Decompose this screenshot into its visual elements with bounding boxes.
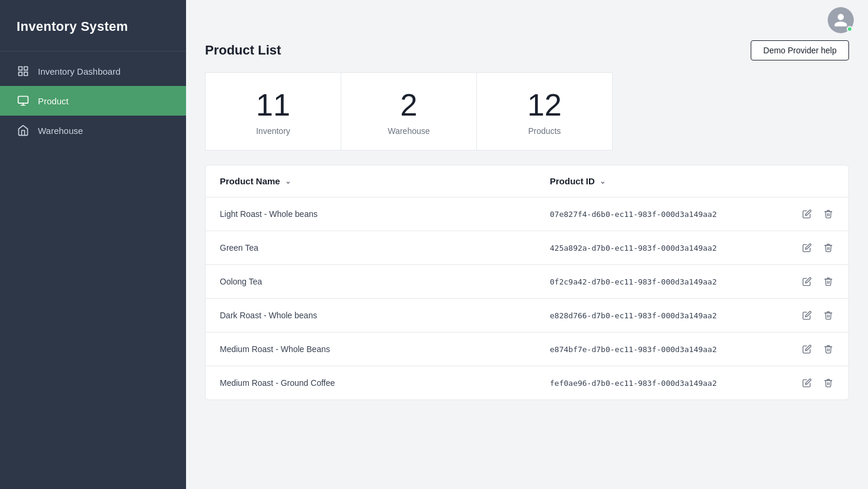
row-actions xyxy=(787,377,834,389)
products-table: Product Name ⌄ Product ID ⌄ Light Roast … xyxy=(205,165,849,400)
main-content: Product List Demo Provider help 11 Inven… xyxy=(186,0,868,489)
sidebar-item-warehouse-label: Warehouse xyxy=(38,126,83,136)
col-product-name[interactable]: Product Name ⌄ xyxy=(220,176,550,186)
product-id-cell: 0f2c9a42-d7b0-ec11-983f-000d3a149aa2 xyxy=(550,277,787,286)
table-row: Dark Roast - Whole beans e828d766-d7b0-e… xyxy=(206,299,848,333)
delete-button[interactable] xyxy=(822,309,834,321)
row-actions xyxy=(787,242,834,254)
sidebar-item-product[interactable]: Product xyxy=(0,86,186,116)
stat-warehouse-value: 2 xyxy=(401,90,418,120)
table-row: Light Roast - Whole beans 07e827f4-d6b0-… xyxy=(206,197,848,231)
svg-rect-4 xyxy=(18,97,28,104)
table-row: Medium Roast - Ground Coffee fef0ae96-d7… xyxy=(206,366,848,399)
row-actions xyxy=(787,343,834,355)
svg-rect-2 xyxy=(19,72,23,76)
product-name-cell: Green Tea xyxy=(220,243,550,253)
chevron-down-icon-2: ⌄ xyxy=(600,177,606,186)
edit-button[interactable] xyxy=(801,309,813,321)
user-avatar[interactable] xyxy=(828,7,854,33)
product-id-cell: 425a892a-d7b0-ec11-983f-000d3a149aa2 xyxy=(550,244,787,253)
sidebar-item-dashboard[interactable]: Inventory Dashboard xyxy=(0,56,186,86)
product-id-cell: e828d766-d7b0-ec11-983f-000d3a149aa2 xyxy=(550,311,787,320)
table-row: Green Tea 425a892a-d7b0-ec11-983f-000d3a… xyxy=(206,231,848,265)
col-product-id[interactable]: Product ID ⌄ xyxy=(550,176,787,186)
row-actions xyxy=(787,309,834,321)
sidebar-item-product-label: Product xyxy=(38,96,69,106)
online-status-dot xyxy=(847,26,853,32)
stats-row: 11 Inventory 2 Warehouse 12 Products xyxy=(205,72,849,151)
svg-rect-0 xyxy=(19,67,23,71)
stat-card-warehouse: 2 Warehouse xyxy=(341,72,477,151)
sidebar-item-dashboard-label: Inventory Dashboard xyxy=(38,66,120,76)
product-id-cell: 07e827f4-d6b0-ec11-983f-000d3a149aa2 xyxy=(550,210,787,219)
product-name-cell: Oolong Tea xyxy=(220,277,550,286)
table-body: Light Roast - Whole beans 07e827f4-d6b0-… xyxy=(206,197,848,399)
edit-button[interactable] xyxy=(801,242,813,254)
delete-button[interactable] xyxy=(822,276,834,287)
edit-button[interactable] xyxy=(801,377,813,389)
sidebar: Inventory System Inventory Dashboard xyxy=(0,0,186,489)
product-name-cell: Medium Roast - Ground Coffee xyxy=(220,378,550,388)
row-actions xyxy=(787,276,834,287)
product-icon xyxy=(17,94,30,107)
row-actions xyxy=(787,208,834,220)
col-id-label: Product ID xyxy=(550,176,595,186)
col-name-label: Product Name xyxy=(220,176,280,186)
delete-button[interactable] xyxy=(822,343,834,355)
svg-rect-3 xyxy=(24,72,28,76)
topbar xyxy=(186,0,868,40)
stat-products-value: 12 xyxy=(527,90,562,120)
product-id-cell: e874bf7e-d7b0-ec11-983f-000d3a149aa2 xyxy=(550,345,787,354)
table-row: Medium Roast - Whole Beans e874bf7e-d7b0… xyxy=(206,333,848,366)
app-title: Inventory System xyxy=(0,0,186,52)
product-name-cell: Medium Roast - Whole Beans xyxy=(220,344,550,354)
stat-inventory-value: 11 xyxy=(256,90,290,120)
table-header-row: Product Name ⌄ Product ID ⌄ xyxy=(206,165,848,197)
product-id-cell: fef0ae96-d7b0-ec11-983f-000d3a149aa2 xyxy=(550,379,787,388)
page-title: Product List xyxy=(205,43,281,58)
sidebar-nav: Inventory Dashboard Product Warehouse xyxy=(0,52,186,145)
stat-card-products: 12 Products xyxy=(476,72,613,151)
delete-button[interactable] xyxy=(822,377,834,389)
svg-rect-1 xyxy=(24,67,28,71)
warehouse-icon xyxy=(17,124,30,137)
table-row: Oolong Tea 0f2c9a42-d7b0-ec11-983f-000d3… xyxy=(206,265,848,299)
stat-inventory-label: Inventory xyxy=(256,126,290,136)
chevron-down-icon: ⌄ xyxy=(285,177,291,186)
delete-button[interactable] xyxy=(822,208,834,220)
sidebar-item-warehouse[interactable]: Warehouse xyxy=(0,116,186,145)
dashboard-icon xyxy=(17,65,30,78)
stat-warehouse-label: Warehouse xyxy=(387,126,430,136)
edit-button[interactable] xyxy=(801,276,813,287)
product-name-cell: Light Roast - Whole beans xyxy=(220,209,550,219)
product-name-cell: Dark Roast - Whole beans xyxy=(220,311,550,320)
page-header: Product List Demo Provider help xyxy=(205,40,849,60)
edit-button[interactable] xyxy=(801,208,813,220)
delete-button[interactable] xyxy=(822,242,834,254)
demo-provider-button[interactable]: Demo Provider help xyxy=(751,40,849,60)
stat-products-label: Products xyxy=(528,126,560,136)
stat-card-inventory: 11 Inventory xyxy=(205,72,341,151)
edit-button[interactable] xyxy=(801,343,813,355)
content-area: Product List Demo Provider help 11 Inven… xyxy=(186,40,868,489)
